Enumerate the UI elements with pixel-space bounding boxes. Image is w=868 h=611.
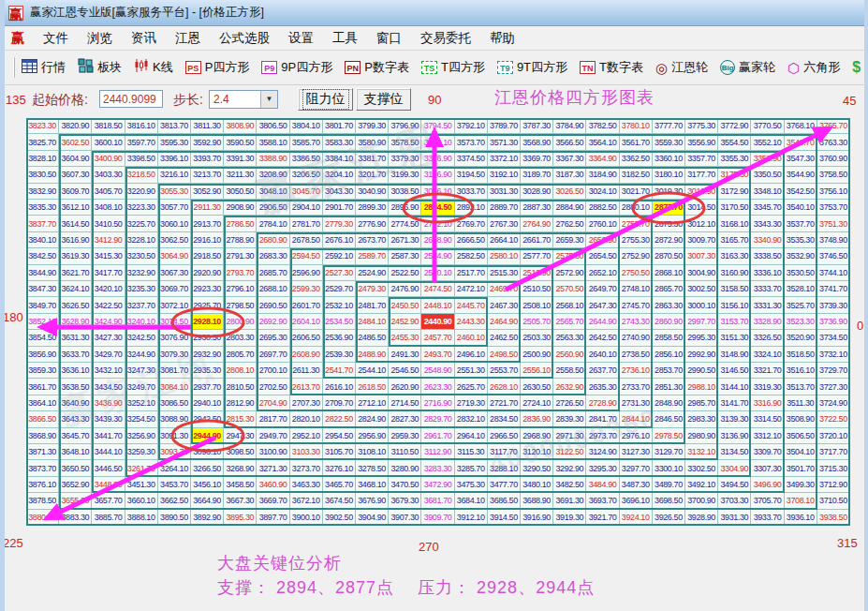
price-cell: 2908.90 [224, 200, 257, 216]
start-price-input[interactable] [99, 90, 163, 108]
support-button[interactable]: 支撑位 [356, 88, 411, 111]
price-cell: 2810.50 [224, 379, 257, 395]
step-combobox[interactable]: 2.4 ▼ [209, 90, 278, 109]
price-cell: 3014.50 [685, 200, 718, 216]
price-cell: 2808.10 [224, 363, 257, 379]
price-cell: 3566.50 [553, 134, 586, 150]
combo-dropdown-icon[interactable]: ▼ [260, 91, 277, 108]
price-cell: 2846.50 [653, 411, 685, 427]
price-cell: 2884.90 [553, 200, 586, 216]
price-cell: 3847.30 [26, 281, 59, 297]
price-cell: 3460.90 [257, 477, 289, 493]
price-cell: 3098.50 [224, 444, 257, 460]
price-cell: 3444.10 [92, 444, 125, 460]
price-cell: 3585.70 [290, 134, 323, 150]
price-cell: 3067.30 [158, 265, 191, 281]
price-cell: 2932.90 [191, 347, 224, 363]
price-cell: 3424.90 [92, 314, 125, 330]
price-cell: 2968.90 [521, 428, 553, 444]
price-cell: 3031.30 [488, 184, 521, 200]
price-cell: 3004.90 [685, 265, 718, 281]
window-frame-left [0, 0, 5, 611]
price-cell: 3861.70 [26, 379, 59, 395]
price-cell: 2762.50 [553, 216, 586, 231]
toolbar-item-P四方形[interactable]: PSP四方形 [185, 59, 250, 76]
app-window: { "window": { "icon_glyph": "赢", "title"… [0, 0, 868, 611]
price-cell: 3535.30 [785, 232, 817, 248]
price-cell: 3518.50 [785, 347, 817, 363]
menu-item-工具[interactable]: 工具 [323, 27, 367, 50]
price-cell: 2743.30 [620, 314, 653, 330]
price-cell: 2880.10 [620, 200, 653, 216]
price-cell: 2587.30 [389, 248, 421, 264]
toolbar-grip[interactable] [13, 57, 15, 78]
price-cell: 2589.70 [356, 248, 389, 264]
menu-item-窗口[interactable]: 窗口 [367, 27, 411, 50]
price-cell: 2896.90 [389, 200, 421, 216]
price-cell: 2529.70 [323, 281, 356, 297]
toolbar-item-板块[interactable]: 板块 [78, 58, 122, 77]
toolbar-item-9T四方形[interactable]: T99T四方形 [497, 59, 567, 76]
price-cell: 3391.30 [224, 151, 257, 167]
toolbar-item-P数字表[interactable]: PNP数字表 [345, 59, 409, 76]
price-cell: 2563.30 [553, 330, 586, 346]
price-cell: 3168.10 [718, 216, 751, 231]
price-cell: 3938.50 [817, 510, 850, 526]
price-cell: 2875.30 [653, 216, 685, 231]
toolbar-item-T四方形[interactable]: TST四方形 [421, 59, 485, 76]
menu-item-资讯[interactable]: 资讯 [122, 27, 166, 50]
price-cell: 3590.50 [224, 134, 257, 150]
price-cell: 2546.50 [389, 363, 421, 379]
toolbar-item-赢家轮[interactable]: Big赢家轮 [720, 59, 775, 76]
price-cell: 3840.10 [26, 232, 59, 248]
price-cell: 3746.50 [817, 248, 850, 264]
price-cell: 3705.70 [751, 493, 784, 509]
price-cell: 3640.90 [59, 395, 92, 411]
price-cell: 2858.50 [653, 330, 685, 346]
price-cell: 3324.10 [751, 347, 784, 363]
price-cell: 2577.70 [521, 248, 553, 264]
price-cell: 2558.50 [553, 363, 586, 379]
resistance-button[interactable]: 阻力位 [298, 88, 353, 111]
price-cell: 3194.50 [455, 167, 488, 183]
price-cell: 3777.70 [653, 118, 685, 134]
menu-item-浏览[interactable]: 浏览 [78, 27, 122, 50]
menu-item-江恩[interactable]: 江恩 [166, 27, 210, 50]
toolbar-item-K线[interactable]: K线 [134, 58, 173, 77]
price-cell: 3753.70 [817, 200, 850, 216]
price-cell: 3801.70 [323, 118, 356, 134]
menu-item-公式选股[interactable]: 公式选股 [210, 27, 279, 50]
price-cell: 3000.10 [685, 297, 718, 313]
toolbar-item-行情[interactable]: 行情 [22, 59, 66, 77]
menu-item-文件[interactable]: 文件 [34, 27, 78, 50]
price-cell: 3228.10 [125, 232, 158, 248]
price-cell: 2472.10 [455, 281, 488, 297]
price-cell: 3494.50 [718, 477, 751, 493]
price-cell: 2721.70 [488, 395, 521, 411]
price-cell: 3501.70 [785, 460, 817, 476]
price-cell: 3050.50 [224, 184, 257, 200]
price-cell: 2712.10 [356, 395, 389, 411]
price-cell: 3468.10 [356, 477, 389, 493]
toolbar-item-T数字表[interactable]: TNT数字表 [580, 59, 643, 76]
toolbar-item-9P四方形[interactable]: P99P四方形 [261, 59, 332, 76]
price-cell: 2666.50 [455, 232, 488, 248]
price-cell: 2724.10 [521, 395, 553, 411]
price-cell: 3710.50 [817, 493, 850, 509]
price-cell: 3300.10 [653, 460, 685, 476]
price-cell: 2868.10 [653, 265, 685, 281]
price-cell: 3084.10 [158, 379, 191, 395]
toolbar-item-江恩轮[interactable]: ◎江恩轮 [655, 59, 708, 76]
price-cell: 3936.10 [785, 510, 817, 526]
menu-item-帮助[interactable]: 帮助 [480, 27, 524, 50]
menu-item-交易委托[interactable]: 交易委托 [411, 27, 480, 50]
price-cell: 2457.70 [421, 330, 454, 346]
toolbar-item-六角形[interactable]: ⬡六角形 [787, 59, 840, 76]
price-cell: 2731.30 [620, 395, 653, 411]
price-cell: 2541.70 [323, 363, 356, 379]
price-cell: 2448.10 [421, 297, 454, 313]
price-cell: 2601.70 [290, 297, 323, 313]
price-cell: 2769.70 [455, 216, 488, 231]
menu-item-设置[interactable]: 设置 [279, 27, 323, 50]
price-cell: 3775.30 [685, 118, 718, 134]
